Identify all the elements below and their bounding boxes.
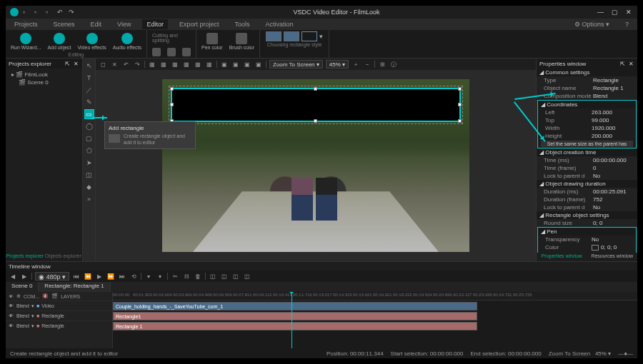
track-mute-icon[interactable]: 🔇 xyxy=(42,293,49,299)
sec-coordinates[interactable]: ◢ Coordinates xyxy=(538,101,636,108)
tab-resources-window[interactable]: Resources window xyxy=(587,253,638,261)
run-wizard-button[interactable]: Run Wizard... xyxy=(9,31,43,51)
vt-info-icon[interactable]: ⓘ xyxy=(389,60,398,69)
resize-handle[interactable] xyxy=(458,119,462,123)
resize-handle[interactable] xyxy=(170,103,174,106)
status-slider[interactable]: —●— xyxy=(618,350,633,357)
vt-align2-icon[interactable]: ▦ xyxy=(159,60,168,69)
tl-tab-scene[interactable]: Scene 0 xyxy=(6,282,39,292)
tl-loop-icon[interactable]: ⟲ xyxy=(129,272,138,280)
resize-handle[interactable] xyxy=(458,87,462,91)
sec-rect-settings[interactable]: ◢ Rectangle object settings xyxy=(537,211,637,219)
prop-lock1-value[interactable]: No xyxy=(593,173,634,179)
timeline-lanes[interactable]: 00:00:0000:01:30300:02:60400:03:90600:04… xyxy=(113,292,637,348)
vt-order2-icon[interactable]: ▣ xyxy=(231,60,240,69)
tool-pencil[interactable]: ✎ xyxy=(84,97,94,107)
tool-chart[interactable]: ◫ xyxy=(84,170,94,180)
tl-split-icon[interactable]: ⊟ xyxy=(182,272,191,280)
add-object-button[interactable]: Add object xyxy=(45,31,73,51)
vt-nav-icon[interactable]: ◻ xyxy=(99,60,107,69)
tl-misc2-icon[interactable]: ◫ xyxy=(220,272,229,280)
vt-align4-icon[interactable]: ▦ xyxy=(182,60,191,69)
project-tree[interactable]: ▸ 🎬 FilmLook 🎬 Scene 0 xyxy=(6,69,82,253)
track-lock-icon[interactable]: ⊕ xyxy=(16,293,21,299)
tl-play-icon[interactable]: ▶ xyxy=(95,272,104,280)
prop-time-value[interactable]: 00:00:00.000 xyxy=(593,157,634,163)
panel-pin-icon[interactable]: ⇱ xyxy=(620,61,626,66)
track-eye-icon[interactable]: 👁 xyxy=(9,294,14,299)
tb-new-icon[interactable]: ▫ xyxy=(23,9,30,16)
track-rect-1[interactable]: 👁Blend▾■Rectangle xyxy=(6,310,112,320)
vt-align5-icon[interactable]: ▦ xyxy=(194,60,202,69)
tool-line[interactable]: ／ xyxy=(84,85,94,95)
tl-first-icon[interactable]: ⏮ xyxy=(72,272,81,280)
zoom-mode-dropdown[interactable]: Zoom To Screen ▾ xyxy=(269,60,323,69)
menu-tools[interactable]: Tools xyxy=(230,19,254,29)
tl-misc4-icon[interactable]: ◫ xyxy=(243,272,251,280)
menu-view[interactable]: View xyxy=(113,19,135,29)
playhead[interactable] xyxy=(291,292,292,348)
prop-left-value[interactable]: 263.000 xyxy=(592,109,633,116)
tb-redo-icon[interactable]: ↷ xyxy=(69,9,76,16)
sec-common[interactable]: ◢ Common settings xyxy=(537,69,637,76)
tl-forward-icon[interactable]: ⏩ xyxy=(106,272,115,280)
tl-res-dropdown[interactable]: ◉ 480p ▾ xyxy=(35,272,69,280)
menu-edit[interactable]: Edit xyxy=(86,19,106,29)
tl-markout-icon[interactable]: ▾ xyxy=(156,272,164,280)
clip-rect1[interactable]: Rectangle1 xyxy=(113,312,477,320)
prop-comp-value[interactable]: Blend xyxy=(593,93,634,99)
panel-pin-icon[interactable]: ⇱ xyxy=(65,61,71,66)
preview-viewport[interactable] xyxy=(96,70,536,261)
tool-c-button[interactable] xyxy=(180,46,193,59)
prop-width-value[interactable]: 1920.000 xyxy=(592,125,633,131)
menu-projects[interactable]: Projects xyxy=(10,19,42,29)
video-effects-button[interactable]: Video effects xyxy=(76,31,109,51)
same-size-button[interactable]: Set the same size as the parent has xyxy=(541,141,633,147)
vt-align3-icon[interactable]: ▦ xyxy=(171,60,179,69)
close-button[interactable]: ✕ xyxy=(626,9,633,16)
brush-color-button[interactable]: Brush color xyxy=(227,31,256,51)
rect-style-solid[interactable] xyxy=(266,31,281,41)
clip-rect2[interactable]: Rectangle 1 xyxy=(113,322,477,330)
maximize-button[interactable]: ▢ xyxy=(612,9,619,16)
status-zoom[interactable]: Zoom To Screen 45% ▾ xyxy=(549,350,611,357)
sec-creation-time[interactable]: ◢ Object creation time xyxy=(537,148,637,156)
audio-effects-button[interactable]: Audio effects xyxy=(111,31,144,51)
menu-activation[interactable]: Activation xyxy=(261,19,297,29)
tree-project-node[interactable]: ▸ 🎬 FilmLook xyxy=(9,71,79,79)
menu-scenes[interactable]: Scenes xyxy=(49,19,79,29)
tl-misc1-icon[interactable]: ◫ xyxy=(209,272,217,280)
tb-save-icon[interactable]: ▫ xyxy=(46,9,53,16)
vt-align6-icon[interactable]: ▦ xyxy=(205,60,214,69)
tool-text[interactable]: T xyxy=(84,73,94,83)
tree-scene-node[interactable]: 🎬 Scene 0 xyxy=(9,79,79,86)
prop-height-value[interactable]: 200.000 xyxy=(592,133,633,139)
tl-tab-rectangle[interactable]: Rectangle: Rectangle 1 xyxy=(39,282,110,292)
prop-durf-value[interactable]: 752 xyxy=(593,196,634,203)
tool-ellipse[interactable]: ◯ xyxy=(84,121,94,131)
tool-arrow[interactable]: ➤ xyxy=(84,158,94,168)
tool-b-button[interactable] xyxy=(165,46,178,59)
track-rect-2[interactable]: 👁Blend▾■Rectangle xyxy=(6,320,112,330)
tl-prev-icon[interactable]: ◀ xyxy=(9,272,17,280)
prop-pencolor-value[interactable]: 0; 0; 0 xyxy=(592,244,633,251)
tab-properties-window[interactable]: Properties window xyxy=(537,253,587,261)
rect-style-outline[interactable] xyxy=(301,31,317,41)
resize-handle[interactable] xyxy=(314,87,317,91)
prop-transp-value[interactable]: No xyxy=(592,236,633,243)
vt-del-icon[interactable]: ✕ xyxy=(110,60,119,69)
vt-order3-icon[interactable]: ▣ xyxy=(243,60,251,69)
prop-timef-value[interactable]: 0 xyxy=(593,165,634,171)
tl-misc3-icon[interactable]: ◫ xyxy=(231,272,240,280)
vt-undo-icon[interactable]: ↶ xyxy=(121,60,130,69)
menu-options[interactable]: ⚙ Options ▾ xyxy=(570,19,614,29)
vt-order4-icon[interactable]: ▣ xyxy=(254,60,263,69)
vt-zoomin-icon[interactable]: + xyxy=(352,60,360,69)
prop-lock2-value[interactable]: No xyxy=(593,204,634,211)
track-video[interactable]: 👁Blend▾■Video xyxy=(6,300,112,310)
vt-order1-icon[interactable]: ▣ xyxy=(220,60,229,69)
panel-close-icon[interactable]: ✕ xyxy=(629,61,634,66)
video-canvas[interactable] xyxy=(162,79,469,252)
tool-polygon[interactable]: ⬠ xyxy=(84,146,94,156)
sec-pen[interactable]: ◢ Pen xyxy=(538,228,636,236)
